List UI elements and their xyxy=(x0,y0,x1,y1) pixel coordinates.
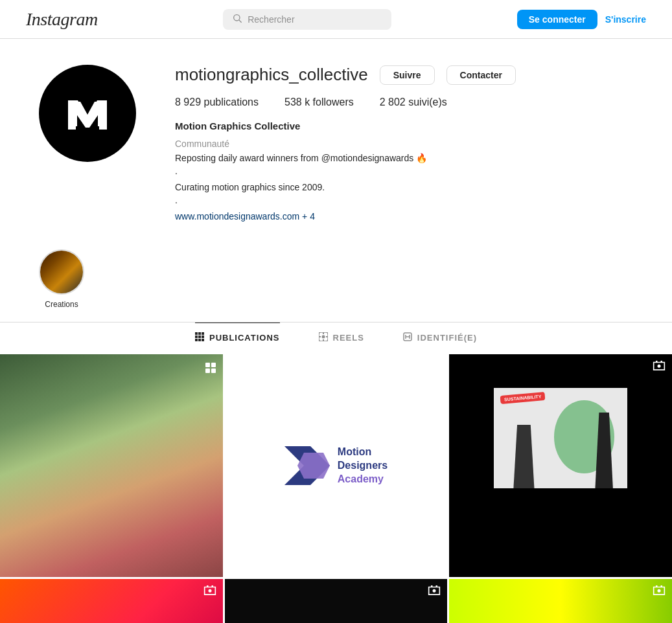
grid-icon xyxy=(195,332,204,343)
svg-rect-32 xyxy=(207,585,209,587)
post-flowers[interactable] xyxy=(0,354,223,577)
post-reel-icon-1 xyxy=(653,361,666,377)
highlight-creations[interactable]: Creations xyxy=(39,249,84,309)
register-button[interactable]: S'inscrire xyxy=(605,14,646,25)
svg-rect-8 xyxy=(202,335,204,338)
svg-rect-33 xyxy=(211,585,213,587)
svg-point-0 xyxy=(234,14,240,20)
profile-section: motiongraphics_collective Suivre Contact… xyxy=(0,39,672,243)
stats-row: 8 929 publications 538 k followers 2 802… xyxy=(175,96,633,108)
tab-publications-label: PUBLICATIONS xyxy=(209,333,280,343)
post-dark[interactable] xyxy=(225,579,448,623)
profile-category: Communauté xyxy=(175,137,633,151)
header: Instagram Se connecter S'inscrire xyxy=(0,0,672,39)
username-row: motiongraphics_collective Suivre Contact… xyxy=(175,65,633,85)
profile-username: motiongraphics_collective xyxy=(175,65,368,85)
post-reel-icon-3 xyxy=(428,585,441,602)
highlights-section: Creations xyxy=(0,243,672,322)
svg-point-13 xyxy=(321,335,325,339)
following-stat: 2 802 suivi(e)s xyxy=(380,96,447,108)
post-neon-bg xyxy=(449,579,672,623)
profile-bio: Motion Graphics Collective Communauté Re… xyxy=(175,119,633,223)
reels-icon xyxy=(319,332,328,343)
svg-rect-10 xyxy=(198,339,201,341)
post-colorful[interactable] xyxy=(0,579,223,623)
search-bar[interactable] xyxy=(223,9,391,30)
highlight-circle xyxy=(39,249,84,295)
posts-grid: Motion Designers Academy SUSTAINABILITY xyxy=(0,352,672,623)
tab-tagged[interactable]: IDENTIFIÉ(E) xyxy=(403,323,477,352)
svg-rect-14 xyxy=(323,332,324,334)
highlight-image xyxy=(40,251,83,293)
svg-rect-7 xyxy=(198,335,201,338)
svg-point-34 xyxy=(433,589,436,593)
svg-rect-17 xyxy=(326,336,328,337)
search-input[interactable] xyxy=(248,14,382,25)
bio-dot2: · xyxy=(175,195,633,209)
profile-info: motiongraphics_collective Suivre Contact… xyxy=(175,65,633,223)
tabs-row: PUBLICATIONS REELS IDENTIFIÉ(E) xyxy=(0,323,672,352)
search-icon xyxy=(232,13,242,26)
profile-link[interactable]: www.motiondesignawards.com + 4 xyxy=(175,209,633,223)
svg-rect-6 xyxy=(195,335,198,338)
post-colorful-bg xyxy=(0,579,223,623)
post-flowers-bg xyxy=(0,354,223,577)
post-sustainability-bg: SUSTAINABILITY xyxy=(449,354,672,577)
svg-rect-30 xyxy=(660,361,662,363)
connect-button[interactable]: Se connecter xyxy=(517,10,597,29)
tab-reels[interactable]: REELS xyxy=(319,323,364,352)
contact-button[interactable]: Contacter xyxy=(446,65,516,85)
svg-rect-36 xyxy=(436,585,438,587)
post-multiple-icon xyxy=(203,361,216,377)
bio-dot1: · xyxy=(175,166,633,180)
publications-stat: 8 929 publications xyxy=(175,96,259,108)
svg-rect-22 xyxy=(205,363,210,367)
post-sustainability[interactable]: SUSTAINABILITY xyxy=(449,354,672,577)
followers-stat: 538 k followers xyxy=(284,96,354,108)
post-reel-icon-4 xyxy=(653,585,666,602)
tab-tagged-label: IDENTIFIÉ(E) xyxy=(417,333,477,343)
svg-rect-9 xyxy=(195,339,198,341)
svg-line-1 xyxy=(239,20,242,23)
svg-rect-5 xyxy=(202,332,204,335)
avatar-container xyxy=(39,65,136,162)
svg-rect-39 xyxy=(660,585,662,587)
svg-rect-23 xyxy=(211,363,216,367)
tab-publications[interactable]: PUBLICATIONS xyxy=(195,323,280,352)
svg-rect-11 xyxy=(202,339,204,341)
post-dark-bg xyxy=(225,579,448,623)
svg-rect-38 xyxy=(656,585,658,587)
svg-rect-3 xyxy=(195,332,198,335)
tab-reels-label: REELS xyxy=(333,333,364,343)
highlight-label: Creations xyxy=(45,300,78,309)
svg-point-37 xyxy=(657,589,660,593)
svg-point-28 xyxy=(657,365,660,368)
follow-button[interactable]: Suivre xyxy=(380,65,435,85)
svg-rect-24 xyxy=(205,368,210,373)
post-mda[interactable]: Motion Designers Academy xyxy=(225,354,448,577)
svg-marker-27 xyxy=(297,453,330,479)
post-reel-icon-2 xyxy=(203,585,216,602)
svg-rect-16 xyxy=(319,336,321,337)
svg-rect-4 xyxy=(198,332,201,335)
tag-icon xyxy=(403,332,412,343)
svg-point-31 xyxy=(208,589,211,593)
header-actions: Se connecter S'inscrire xyxy=(517,10,646,29)
bio-line1: Reposting daily award winners from @moti… xyxy=(175,151,633,165)
svg-rect-35 xyxy=(431,585,433,587)
post-mda-bg: Motion Designers Academy xyxy=(225,354,448,577)
avatar xyxy=(39,65,136,162)
post-neon[interactable] xyxy=(449,579,672,623)
svg-rect-15 xyxy=(323,339,324,341)
profile-name: Motion Graphics Collective xyxy=(175,119,633,134)
svg-rect-29 xyxy=(656,361,658,363)
bio-line2: Curating motion graphics since 2009. xyxy=(175,180,633,194)
svg-rect-25 xyxy=(211,368,216,373)
logo: Instagram xyxy=(26,9,98,30)
